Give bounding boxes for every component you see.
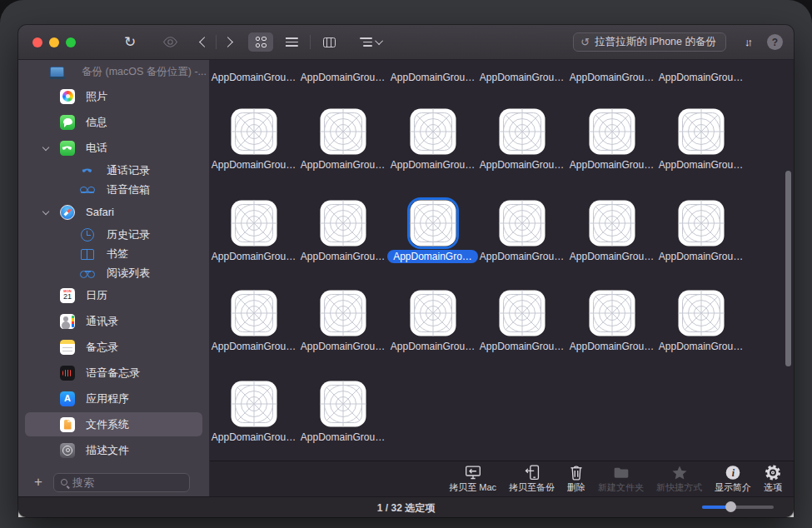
sidebar-item[interactable]: 文件系统 [18, 411, 209, 437]
sidebar-item[interactable]: 语音备忘录 [18, 360, 209, 386]
refresh-button[interactable]: ↻ [119, 32, 141, 53]
sort-button[interactable]: ↓↑ [745, 36, 750, 48]
group-by-button[interactable] [360, 37, 383, 47]
action-button[interactable]: 显示简介 [715, 464, 751, 494]
minimize-button[interactable] [49, 37, 59, 47]
backup-selector[interactable]: ↺ 拉普拉斯的 iPhone 的备份 [573, 32, 726, 52]
sidebar-item[interactable]: 通话记录 [18, 161, 209, 180]
grid-item-label: AppDomainGrou… [295, 340, 391, 353]
notes-icon [60, 340, 75, 355]
action-button[interactable]: 选项 [764, 464, 782, 494]
grid-item-label: AppDomainGrou… [385, 340, 481, 353]
action-button[interactable]: 拷贝至备份 [509, 464, 555, 494]
grid-item-label: AppDomainGrou… [295, 431, 391, 444]
sidebar-item[interactable]: Safari [18, 199, 209, 225]
add-button[interactable]: + [30, 474, 47, 491]
sidebar-item[interactable]: 备份 (macOS 备份位置) -... [18, 60, 209, 83]
calendar-icon [60, 288, 75, 303]
action-button[interactable]: 删除 [567, 464, 585, 494]
app-placeholder-icon [410, 200, 456, 247]
grid-item[interactable]: AppDomainGrou… [298, 381, 387, 446]
app-window: ↻ [18, 25, 794, 517]
grid-item-label: AppDomainGrou… [474, 158, 570, 172]
grid-item[interactable]: AppDomainGrou… [210, 290, 298, 356]
sidebar-item[interactable]: 书签 [18, 244, 209, 263]
view-columns-button[interactable] [316, 32, 341, 52]
action-button[interactable]: 新快捷方式 [656, 464, 702, 494]
sidebar-item[interactable]: 备忘录 [18, 334, 209, 360]
sidebar-item[interactable]: 日历 [18, 282, 209, 308]
app-placeholder-icon [320, 108, 366, 155]
help-button[interactable]: ? [767, 34, 783, 50]
action-button[interactable]: 拷贝至 Mac [449, 464, 496, 494]
search-field[interactable] [53, 473, 190, 492]
grid-view-icon [256, 37, 267, 47]
grid-item[interactable]: AppDomainGrou… [656, 200, 745, 266]
grid-item-label: AppDomainGrou… [474, 250, 570, 263]
grid-item[interactable]: AppDomainGrou… [388, 290, 477, 356]
back-button[interactable] [199, 37, 210, 47]
grid-item[interactable]: AppDomainGrou… [656, 60, 745, 87]
sidebar-item[interactable]: 应用程序 [18, 386, 209, 411]
action-button-label: 显示简介 [715, 481, 751, 494]
grid-item[interactable]: AppDomainGrou… [477, 108, 566, 174]
grid-item[interactable]: AppDomainGrou… [210, 108, 298, 174]
close-button[interactable] [32, 37, 42, 47]
grid-item[interactable]: AppDomainGro… [388, 200, 477, 266]
grid-item[interactable]: AppDomainGrou… [477, 200, 566, 266]
search-input[interactable] [72, 476, 182, 489]
expand-chevron-icon[interactable] [42, 144, 49, 151]
action-button[interactable]: 新建文件夹 [598, 464, 644, 494]
grid-item[interactable]: AppDomainGrou… [210, 60, 298, 87]
sidebar-item[interactable]: 描述文件 [18, 437, 209, 463]
app-placeholder-icon [678, 290, 725, 336]
quicklook-eye-button[interactable] [159, 32, 181, 53]
status-bar: 1 / 32 选定项 [18, 496, 794, 517]
sidebar-item[interactable]: 电话 [18, 135, 209, 161]
grid-item-label: AppDomainGrou… [210, 250, 301, 263]
reading-list-icon [80, 266, 95, 281]
grid-item[interactable]: AppDomainGrou… [388, 60, 477, 87]
grid-item[interactable]: AppDomainGrou… [656, 290, 745, 356]
forward-button[interactable] [222, 37, 233, 47]
vertical-scrollbar[interactable] [785, 171, 791, 366]
sidebar-item[interactable]: 历史记录 [18, 225, 209, 244]
app-placeholder-icon [589, 290, 635, 336]
file-grid: AppDomainGrou… AppDomainGrou… AppDomainG… [210, 60, 794, 461]
grid-item[interactable]: AppDomainGrou… [210, 381, 298, 446]
grid-item[interactable]: AppDomainGrou… [477, 60, 566, 87]
thumbnail-size-slider[interactable] [702, 506, 774, 509]
grid-item[interactable]: AppDomainGrou… [298, 60, 387, 87]
grid-item[interactable]: AppDomainGrou… [298, 290, 387, 356]
expand-chevron-icon[interactable] [42, 208, 49, 215]
voice-memos-icon [60, 366, 75, 381]
grid-item[interactable]: AppDomainGrou… [567, 290, 656, 356]
sidebar-item[interactable]: 通讯录 [18, 308, 209, 334]
list-view-icon [286, 37, 298, 47]
grid-item[interactable]: AppDomainGrou… [567, 200, 656, 266]
nav-separator [216, 35, 217, 49]
sidebar-item[interactable]: 照片 [18, 83, 209, 109]
view-grid-button[interactable] [248, 32, 273, 52]
sidebar-item[interactable]: 阅读列表 [18, 263, 209, 282]
grid-item[interactable]: AppDomainGrou… [567, 60, 656, 87]
sidebar-item[interactable]: 信息 [18, 109, 209, 135]
grid-item-label: AppDomainGrou… [564, 340, 660, 353]
selection-count: 1 / 32 选定项 [18, 501, 794, 516]
action-button-label: 选项 [764, 481, 782, 494]
zoom-button[interactable] [66, 37, 76, 47]
traffic-lights [32, 37, 76, 47]
grid-item[interactable]: AppDomainGrou… [298, 200, 387, 266]
sidebar-item[interactable]: 语音信箱 [18, 180, 209, 199]
grid-item[interactable]: AppDomainGrou… [656, 108, 745, 174]
view-list-button[interactable] [279, 32, 304, 52]
grid-item[interactable]: AppDomainGrou… [388, 108, 477, 174]
grid-item[interactable]: AppDomainGrou… [298, 108, 387, 174]
sidebar-list: 备份 (macOS 备份位置) -... 照片 信息 [18, 60, 209, 468]
grid-item[interactable]: AppDomainGrou… [567, 108, 656, 174]
app-placeholder-icon [231, 200, 277, 247]
sidebar-footer: + [18, 468, 209, 496]
grid-item[interactable]: AppDomainGrou… [477, 290, 566, 356]
filesystem-icon [60, 417, 75, 432]
grid-item[interactable]: AppDomainGrou… [210, 200, 298, 266]
